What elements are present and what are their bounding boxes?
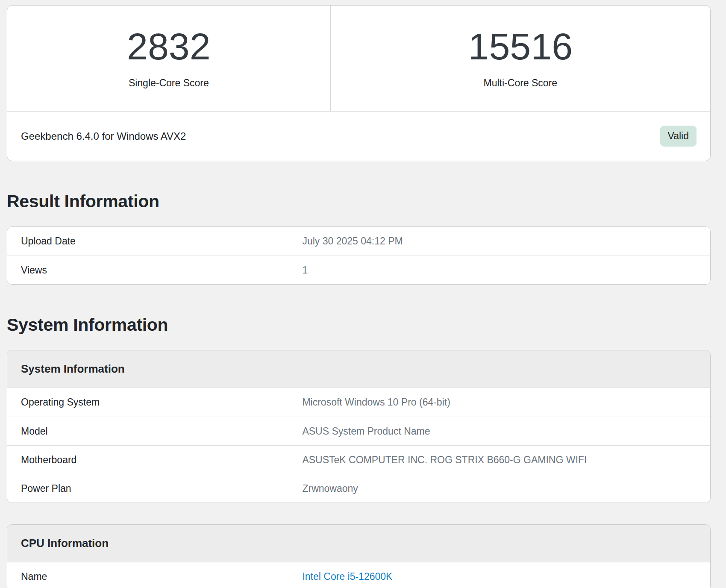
- table-row: Operating System Microsoft Windows 10 Pr…: [7, 388, 710, 417]
- cpu-name-label: Name: [7, 571, 295, 582]
- motherboard-label: Motherboard: [7, 454, 295, 466]
- views-label: Views: [7, 265, 295, 276]
- cpu-information-card: CPU Information Name Intel Core i5-12600…: [7, 524, 711, 588]
- score-row: 2832 Single-Core Score 15516 Multi-Core …: [7, 6, 710, 111]
- result-information-card: Upload Date July 30 2025 04:12 PM Views …: [7, 226, 711, 285]
- system-information-heading: System Information: [7, 315, 711, 335]
- system-information-card-title: System Information: [7, 350, 710, 388]
- multi-core-score-cell: 15516 Multi-Core Score: [331, 6, 710, 111]
- cpu-name-value: Intel Core i5-12600K: [295, 571, 710, 582]
- multi-core-score-value: 15516: [468, 28, 573, 65]
- geekbench-result-page: 2832 Single-Core Score 15516 Multi-Core …: [0, 0, 726, 588]
- status-badge: Valid: [660, 126, 697, 147]
- single-core-score-cell: 2832 Single-Core Score: [7, 6, 331, 111]
- cpu-information-card-title: CPU Information: [7, 525, 710, 562]
- table-row: Name Intel Core i5-12600K: [7, 562, 710, 588]
- operating-system-value: Microsoft Windows 10 Pro (64-bit): [295, 397, 710, 408]
- table-row: Power Plan Zrwnowaony: [7, 474, 710, 503]
- power-plan-value: Zrwnowaony: [295, 483, 710, 494]
- table-row: Views 1: [7, 256, 710, 284]
- system-information-card: System Information Operating System Micr…: [7, 350, 711, 503]
- upload-date-value: July 30 2025 04:12 PM: [295, 235, 710, 247]
- views-value: 1: [295, 265, 710, 276]
- single-core-score-value: 2832: [127, 28, 211, 65]
- cpu-name-link[interactable]: Intel Core i5-12600K: [302, 571, 392, 582]
- single-core-score-label: Single-Core Score: [129, 77, 209, 89]
- motherboard-value: ASUSTeK COMPUTER INC. ROG STRIX B660-G G…: [295, 454, 710, 466]
- table-row: Motherboard ASUSTeK COMPUTER INC. ROG ST…: [7, 445, 710, 474]
- power-plan-label: Power Plan: [7, 483, 295, 494]
- model-value: ASUS System Product Name: [295, 426, 710, 437]
- benchmark-version-row: Geekbench 6.4.0 for Windows AVX2 Valid: [7, 111, 710, 161]
- benchmark-version-text: Geekbench 6.4.0 for Windows AVX2: [21, 130, 186, 142]
- score-summary-card: 2832 Single-Core Score 15516 Multi-Core …: [7, 5, 711, 161]
- operating-system-label: Operating System: [7, 397, 295, 408]
- table-row: Upload Date July 30 2025 04:12 PM: [7, 227, 710, 256]
- table-row: Model ASUS System Product Name: [7, 417, 710, 445]
- upload-date-label: Upload Date: [7, 235, 295, 247]
- result-information-heading: Result Information: [7, 191, 711, 212]
- multi-core-score-label: Multi-Core Score: [484, 77, 558, 89]
- model-label: Model: [7, 426, 295, 437]
